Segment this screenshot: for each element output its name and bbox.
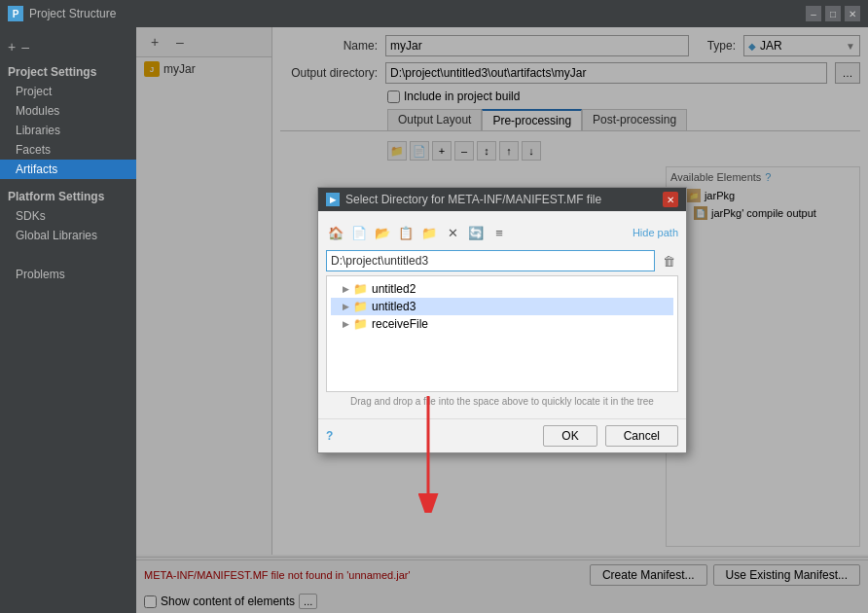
chevron-untitled3: ▶: [343, 302, 349, 311]
dialog-toolbar-left: 🏠 📄 📂 📋 📁 ✕ 🔄 ≡: [326, 223, 509, 242]
app-title: Project Structure: [29, 7, 806, 20]
title-bar: P Project Structure – □ ✕: [0, 0, 868, 27]
sidebar-item-facets[interactable]: Facets: [0, 140, 136, 160]
minimize-btn[interactable]: –: [806, 6, 821, 21]
dialog-toolbar: 🏠 📄 📂 📋 📁 ✕ 🔄 ≡ Hide path: [326, 219, 678, 246]
dialog-footer: ? OK Cancel: [318, 418, 686, 452]
folder-icon-receivefile: 📁: [353, 317, 368, 331]
tree-item-untitled2[interactable]: ▶ 📁 untitled2: [331, 280, 673, 298]
sidebar-item-libraries[interactable]: Libraries: [0, 121, 136, 140]
sidebar-add-btn[interactable]: +: [8, 39, 16, 54]
copy-icon-btn[interactable]: 📋: [396, 223, 416, 242]
dialog-ok-btn[interactable]: OK: [543, 425, 597, 447]
main-container: + – Project Settings Project Modules Lib…: [0, 27, 868, 613]
path-input[interactable]: [326, 250, 655, 271]
sidebar-item-problems[interactable]: Problems: [0, 265, 136, 284]
tree-item-receivefile[interactable]: ▶ 📁 receiveFile: [331, 315, 673, 333]
select-directory-dialog: ▶ Select Directory for META-INF/MANIFEST…: [317, 187, 687, 453]
tree-item-untitled3[interactable]: ▶ 📁 untitled3: [331, 298, 673, 315]
project-settings-header: Project Settings: [0, 62, 136, 82]
dialog-help-icon[interactable]: ?: [326, 429, 333, 443]
open-folder-icon-btn[interactable]: 📂: [373, 223, 392, 242]
sidebar-toolbar: + –: [0, 35, 136, 62]
maximize-btn[interactable]: □: [825, 6, 841, 21]
delete-icon-btn[interactable]: ✕: [443, 223, 462, 242]
path-input-container: 🗑: [326, 250, 678, 271]
sidebar-item-sdks[interactable]: SDKs: [0, 206, 136, 226]
dialog-title-icon: ▶: [326, 193, 340, 206]
platform-settings-header: Platform Settings: [0, 187, 136, 206]
app-icon: P: [8, 6, 23, 21]
folder-icon-untitled2: 📁: [353, 282, 368, 296]
close-btn[interactable]: ✕: [845, 6, 860, 21]
chevron-untitled2: ▶: [343, 284, 349, 294]
list-icon-btn[interactable]: ≡: [489, 223, 509, 242]
new-file-icon-btn[interactable]: 📄: [349, 223, 369, 242]
sidebar-item-modules[interactable]: Modules: [0, 101, 136, 121]
dialog-tree: ▶ 📁 untitled2 ▶ 📁 untitled3 ▶ 📁 r: [326, 275, 678, 392]
dialog-titlebar-left: ▶ Select Directory for META-INF/MANIFEST…: [326, 193, 601, 206]
dialog-title: Select Directory for META-INF/MANIFEST.M…: [345, 193, 601, 206]
chevron-receivefile: ▶: [343, 319, 349, 329]
dialog-close-btn[interactable]: ✕: [663, 192, 678, 207]
hide-path-btn[interactable]: Hide path: [633, 227, 678, 238]
sidebar-item-project[interactable]: Project: [0, 82, 136, 101]
dialog-hint: Drag and drop a file into the space abov…: [326, 392, 678, 411]
folder-icon-untitled3: 📁: [353, 300, 368, 313]
window-controls: – □ ✕: [806, 6, 860, 21]
dialog-footer-right: OK Cancel: [543, 425, 678, 447]
sidebar-item-artifacts[interactable]: Artifacts: [0, 160, 136, 179]
sidebar: + – Project Settings Project Modules Lib…: [0, 27, 136, 613]
refresh-icon-btn[interactable]: 🔄: [466, 223, 486, 242]
sidebar-remove-btn[interactable]: –: [21, 39, 29, 54]
sidebar-item-global-libraries[interactable]: Global Libraries: [0, 226, 136, 245]
content-area: + – J myJar Name:: [136, 27, 868, 613]
folder2-icon-btn[interactable]: 📁: [419, 223, 439, 242]
dialog-titlebar: ▶ Select Directory for META-INF/MANIFEST…: [318, 188, 686, 211]
dialog-overlay: ▶ Select Directory for META-INF/MANIFEST…: [136, 27, 868, 613]
path-clear-btn[interactable]: 🗑: [659, 251, 678, 270]
dialog-cancel-btn[interactable]: Cancel: [605, 425, 678, 447]
dialog-body: 🏠 📄 📂 📋 📁 ✕ 🔄 ≡ Hide path: [318, 211, 686, 418]
home-icon-btn[interactable]: 🏠: [326, 223, 345, 242]
